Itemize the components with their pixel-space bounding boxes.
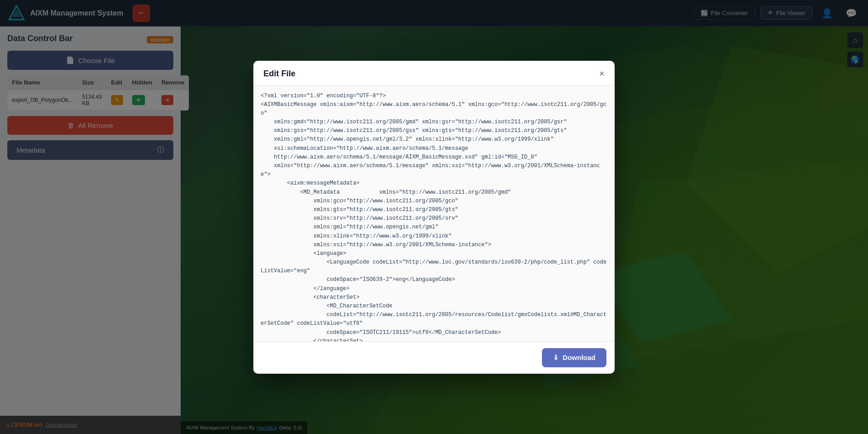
download-button[interactable]: ⇓ Download [542, 348, 606, 367]
xml-editor[interactable]: <?xml version="1.0" encoding="UTF-8"?> <… [253, 85, 615, 341]
modal-overlay: Edit File × <?xml version="1.0" encoding… [0, 0, 868, 434]
close-icon: × [599, 69, 605, 79]
download-icon: ⇓ [553, 354, 559, 362]
modal-header: Edit File × [253, 61, 615, 85]
modal-close-button[interactable]: × [599, 69, 605, 78]
modal-title: Edit File [263, 69, 295, 79]
modal-footer: ⇓ Download [253, 341, 615, 374]
modal-body: <?xml version="1.0" encoding="UTF-8"?> <… [253, 85, 615, 341]
edit-file-modal: Edit File × <?xml version="1.0" encoding… [253, 61, 615, 374]
